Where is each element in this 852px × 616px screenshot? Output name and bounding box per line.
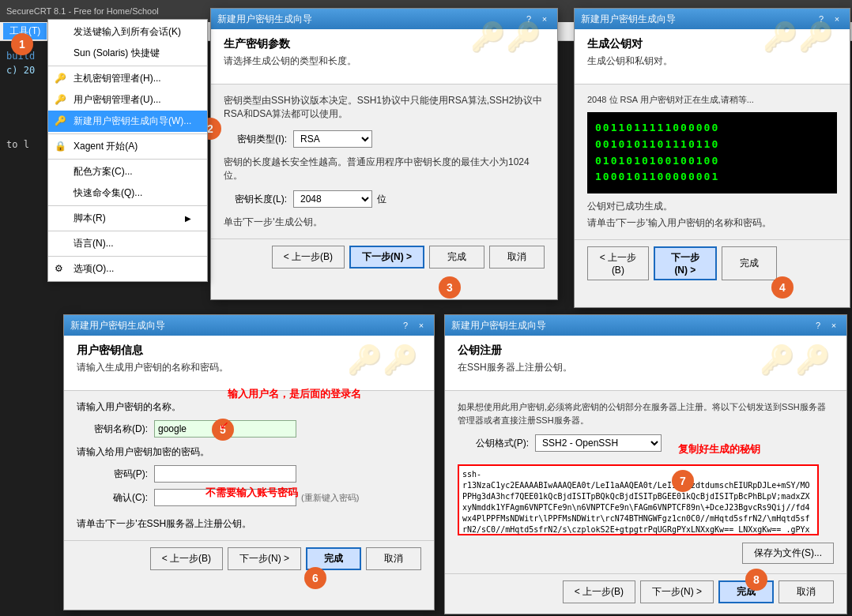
dialog4-cancel-btn[interactable]: 取消 — [778, 580, 834, 603]
dialog2-back-btn[interactable]: < 上一步(B) — [587, 246, 649, 280]
dialog4-body-text: 如果想使用此用户密钥,必须将此密钥的公钥部分在服务器上注册。将以下公钥发送到SS… — [458, 400, 834, 426]
user-key-icon: 🔑 — [55, 94, 67, 107]
script-arrow-icon: ▶ — [185, 214, 191, 223]
dialog3-back-btn[interactable]: < 上一步(B) — [150, 547, 223, 570]
xagent-icon: 🔒 — [55, 141, 67, 153]
dialog1-text2: 密钥的长度越长安全性越高。普通应用程序中密钥长度的最佳大小为1024位。 — [224, 156, 545, 182]
dialog1-text3: 单击'下一步'生成公钥。 — [224, 216, 545, 229]
step-4-circle: 4 — [771, 276, 794, 299]
dialog1-cancel-btn[interactable]: 取消 — [489, 246, 545, 269]
dialog4-format-row: 公钥格式(P): SSH2 - OpenSSH SSH1 — [458, 434, 834, 452]
binary-row-1: 0011011111000000 — [595, 120, 829, 137]
dialog3-help-btn[interactable]: ? — [399, 319, 412, 332]
dropdown-item-host-key[interactable]: 🔑 主机密钥管理者(H)... — [48, 68, 207, 89]
dialog3-next-btn[interactable]: 下一步(N) > — [228, 547, 301, 570]
dialog2-finish-btn[interactable]: 完成 — [722, 246, 777, 280]
dialog3-body: 请输入用户密钥的名称。 密钥名称(D): 请输入给用户密钥加密的密码。 密码(P… — [64, 391, 434, 540]
dialog4-format-label: 公钥格式(P): — [458, 437, 529, 450]
dialog4-footer: < 上一步(B) 下一步(N) > 完成 取消 — [445, 573, 846, 610]
step-1-circle: 1 — [11, 33, 33, 55]
dialog3-pwd-input[interactable] — [154, 465, 296, 483]
dialog2-body: 2048 位 RSA 用户密钥对正在生成,请稍等... 001101111100… — [575, 85, 850, 239]
dropdown-item-color[interactable]: 配色方案(C)... — [48, 161, 207, 182]
dialog3-pwd-label: 密码(P): — [77, 468, 148, 481]
binary-row-2: 0010101101110110 — [595, 137, 829, 153]
gear-icon: ⚙ — [55, 263, 67, 276]
dialog3-title: 新建用户密钥生成向导 — [70, 319, 396, 332]
dialog4-close-btn[interactable]: × — [827, 319, 840, 332]
dropdown-item-user-key[interactable]: 🔑 用户密钥管理者(U)... — [48, 89, 207, 111]
dialog1-finish-btn[interactable]: 完成 — [429, 246, 484, 269]
dialog1-key-length-select[interactable]: 2048 1024 4096 — [293, 190, 372, 208]
annotation-username-arrow: ↙ — [220, 419, 229, 431]
dialog1-header-sub: 请选择生成公钥的类型和长度。 — [224, 54, 545, 68]
dialog3-name-prompt: 请输入用户密钥的名称。 — [77, 400, 421, 414]
dropdown-item-script[interactable]: 脚本(R) ▶ — [48, 208, 207, 229]
annotation-username: 输入用户名，是后面的登录名 — [228, 387, 361, 401]
dialog-2-generate-key: 新建用户密钥生成向导 ? × 生成公钥对 生成公钥和私钥对。 🔑🔑 2048 位… — [574, 8, 850, 308]
dialog1-body: 密钥类型由SSH协议版本决定。SSH1协议中只能使用RSA算法,SSH2协议中R… — [211, 85, 557, 239]
host-key-icon: 🔑 — [55, 73, 67, 85]
dialog3-confirm-hint: (重新键入密码) — [301, 492, 359, 504]
dropdown-item-new-key[interactable]: 🔑 新建用户密钥生成向导(W)... — [48, 111, 207, 132]
dialog3-pwd-row: 密码(P): — [77, 465, 421, 483]
dialog-4-public-key-reg: 新建用户密钥生成向导 ? × 公钥注册 在SSH服务器上注册公钥。 🔑🔑 如果想… — [444, 314, 847, 614]
dialog3-close-btn[interactable]: × — [415, 319, 428, 332]
dialog1-key-length-label: 密钥长度(L): — [224, 193, 287, 206]
dialog1-key-type-row: 密钥类型(I): RSA DSA — [224, 130, 545, 148]
dialog1-text1: 密钥类型由SSH协议版本决定。SSH1协议中只能使用RSA算法,SSH2协议中R… — [224, 94, 545, 121]
dialog3-footer: < 上一步(B) 下一步(N) > 完成 取消 — [64, 540, 434, 577]
dialog2-instruction: 请单击'下一步'输入用户密钥的名称和密码。 — [587, 216, 837, 230]
dropdown-sep-5 — [48, 231, 207, 231]
dialog3-cancel-btn[interactable]: 取消 — [366, 547, 421, 570]
step-7-circle: 7 — [672, 470, 694, 492]
binary-row-4: 1000101100000001 — [595, 169, 829, 186]
dialog4-next-btn[interactable]: 下一步(N) > — [640, 580, 714, 603]
step-3-circle: 3 — [439, 276, 461, 299]
dialog1-key-length-row: 密钥长度(L): 2048 1024 4096 位 — [224, 190, 545, 208]
dialog3-pwd-prompt: 请输入给用户密钥加密的密码。 — [77, 445, 421, 459]
step-6-circle: 6 — [304, 567, 326, 589]
dropdown-item-language[interactable]: 语言(N)... — [48, 233, 207, 254]
dialog4-help-btn[interactable]: ? — [812, 319, 824, 332]
dialog1-key-type-label: 密钥类型(I): — [224, 133, 287, 146]
dialog1-back-btn[interactable]: < 上一步(B) — [272, 246, 345, 269]
dialog3-name-label: 密钥名称(D): — [77, 423, 148, 436]
dialog2-binary-display: 0011011111000000 0010101101110110 010101… — [587, 112, 837, 193]
dialog2-header-sub: 生成公钥和私钥对。 — [587, 54, 837, 68]
app-title: SecureCRT 8.1 - Free for Home/School — [6, 6, 159, 16]
dropdown-sep-4 — [48, 205, 207, 206]
dialog3-header: 用户密钥信息 请输入生成用户密钥的名称和密码。 🔑🔑 — [64, 336, 434, 391]
dialog1-next-btn[interactable]: 下一步(N) > — [349, 246, 424, 269]
new-key-icon: 🔑 — [55, 115, 67, 128]
dialog4-header: 公钥注册 在SSH服务器上注册公钥。 🔑🔑 — [445, 336, 846, 391]
dialog2-success-text: 公钥对已成功生成。 — [587, 200, 837, 213]
dialog1-header: 生产密钥参数 请选择生成公钥的类型和长度。 🔑🔑 — [211, 29, 557, 85]
step-8-circle: 8 — [745, 569, 767, 591]
dialog-1-generate-params: 新建用户密钥生成向导 ? × 生产密钥参数 请选择生成公钥的类型和长度。 🔑🔑 … — [210, 8, 558, 300]
dialog2-footer: < 上一步(B) 下一步(N) > 完成 取消 — [575, 239, 850, 287]
dialog4-back-btn[interactable]: < 上一步(B) — [563, 580, 635, 603]
dropdown-item-quick-cmd[interactable]: 快速命令集(Q)... — [48, 182, 207, 204]
dialog2-next-btn[interactable]: 下一步(N) > — [654, 246, 717, 280]
dialog1-key-decoration: 🔑🔑 — [470, 21, 541, 54]
dialog3-titlebar: 新建用户密钥生成向导 ? × — [64, 315, 434, 336]
dropdown-item-send[interactable]: 发送键输入到所有会话(K) — [48, 21, 207, 43]
dialog-3-user-key-info: 新建用户密钥生成向导 ? × 用户密钥信息 请输入生成用户密钥的名称和密码。 🔑… — [63, 314, 435, 610]
dialog4-format-select[interactable]: SSH2 - OpenSSH SSH1 — [535, 434, 662, 452]
dialog4-titlebar: 新建用户密钥生成向导 ? × — [445, 315, 846, 336]
dialog4-body: 如果想使用此用户密钥,必须将此密钥的公钥部分在服务器上注册。将以下公钥发送到SS… — [445, 391, 846, 573]
dialog3-confirm-label: 确认(C): — [77, 491, 148, 505]
dropdown-item-sun[interactable]: Sun (Solaris) 快捷键 — [48, 43, 207, 64]
dialog4-save-btn[interactable]: 保存为文件(S)... — [742, 543, 834, 564]
dialog4-key-decoration: 🔑🔑 — [760, 344, 831, 377]
dropdown-item-options[interactable]: ⚙ 选项(O)... — [48, 258, 207, 280]
dropdown-item-xagent[interactable]: 🔒 Xagent 开始(A) — [48, 136, 207, 157]
dialog1-key-length-unit: 位 — [377, 193, 386, 206]
dialog2-generating-text: 2048 位 RSA 用户密钥对正在生成,请稍等... — [587, 94, 837, 106]
dialog4-key-textarea[interactable]: ssh-r13NzaC1yc2EAAAABIwAAAQEA0t/LeI1aAAQ… — [458, 464, 819, 535]
dropdown-menu: 发送键输入到所有会话(K) Sun (Solaris) 快捷键 🔑 主机密钥管理… — [47, 19, 208, 282]
dialog3-name-row: 密钥名称(D): — [77, 420, 421, 438]
dialog1-key-type-select[interactable]: RSA DSA — [293, 130, 372, 148]
dialog2-header: 生成公钥对 生成公钥和私钥对。 🔑🔑 — [575, 29, 850, 85]
